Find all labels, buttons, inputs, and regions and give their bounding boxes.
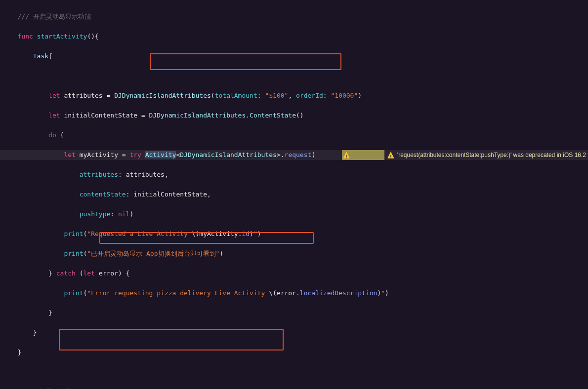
warning-icon [387, 152, 394, 158]
code-editor[interactable]: /// 开启灵动岛显示功能 func startActivity(){ Task… [0, 0, 588, 389]
comment: /// 开启灵动岛显示功能 [17, 13, 90, 20]
type: Task [33, 52, 48, 60]
func-name: startActivity [37, 33, 87, 40]
keyword-func: func [17, 33, 33, 40]
warning-banner-1[interactable]: 'request(attributes:contentState:pushTyp… [384, 150, 588, 160]
warning-icon [343, 152, 350, 158]
